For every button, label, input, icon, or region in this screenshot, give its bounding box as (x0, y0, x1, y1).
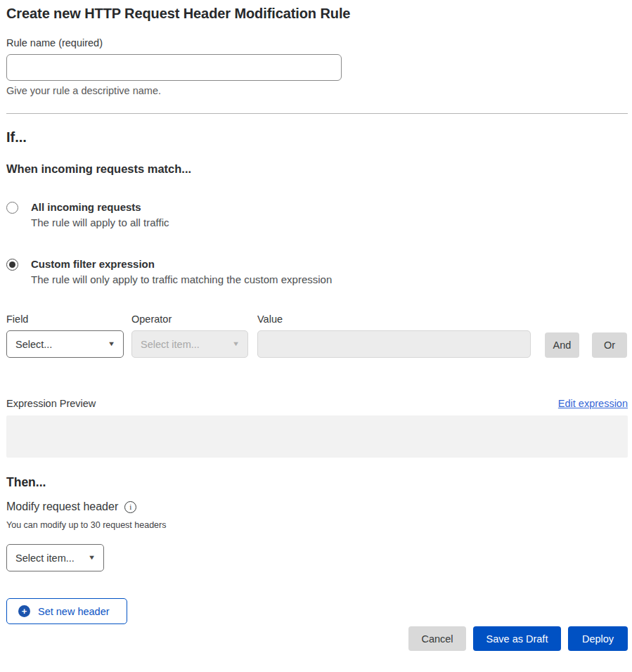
radio-unselected-icon[interactable] (6, 202, 18, 214)
value-input (257, 330, 531, 358)
modify-header-hint: You can modify up to 30 request headers (6, 520, 628, 530)
footer-actions: Cancel Save as Draft Deploy (6, 626, 628, 651)
radio-all-incoming-requests[interactable]: All incoming requests The rule will appl… (6, 201, 628, 228)
edit-expression-link[interactable]: Edit expression (558, 398, 628, 409)
deploy-button[interactable]: Deploy (568, 626, 628, 651)
and-button[interactable]: And (545, 332, 579, 358)
rule-name-input[interactable] (6, 54, 342, 81)
radio-selected-icon[interactable] (6, 259, 18, 271)
chevron-down-icon: ▼ (232, 341, 240, 347)
plus-circle-icon: + (18, 605, 30, 617)
value-label: Value (257, 314, 531, 325)
header-item-select[interactable]: Select item... ▼ (6, 544, 104, 571)
radio-custom-filter-expression[interactable]: Custom filter expression The rule will o… (6, 258, 628, 285)
radio-custom-label: Custom filter expression (31, 258, 332, 270)
operator-select: Select item... ▼ (131, 330, 248, 358)
create-rule-form: Create new HTTP Request Header Modificat… (0, 0, 632, 651)
chevron-down-icon: ▼ (108, 341, 115, 347)
or-button[interactable]: Or (592, 332, 627, 358)
radio-custom-description: The rule will only apply to traffic matc… (31, 273, 332, 285)
rule-name-label: Rule name (required) (6, 37, 628, 49)
modify-request-header-label: Modify request header (6, 500, 118, 513)
chevron-down-icon: ▼ (88, 555, 96, 561)
expression-preview-label: Expression Preview (6, 398, 96, 409)
radio-all-label: All incoming requests (31, 201, 169, 213)
cancel-button[interactable]: Cancel (408, 626, 466, 651)
page-title: Create new HTTP Request Header Modificat… (6, 6, 628, 22)
expression-builder-row: Field Select... ▼ Operator Select item..… (6, 314, 628, 358)
field-label: Field (6, 314, 124, 325)
match-subheading: When incoming requests match... (6, 162, 628, 176)
field-select-value: Select... (15, 339, 52, 350)
expression-preview-header: Expression Preview Edit expression (6, 398, 628, 409)
save-as-draft-button[interactable]: Save as Draft (473, 626, 561, 651)
field-select[interactable]: Select... ▼ (6, 330, 124, 358)
header-item-select-value: Select item... (15, 553, 75, 564)
operator-label: Operator (131, 314, 248, 325)
set-new-header-button[interactable]: + Set new header (6, 598, 127, 624)
section-divider (6, 113, 628, 114)
expression-preview-box (6, 415, 628, 458)
operator-select-value: Select item... (141, 339, 200, 350)
then-heading: Then... (6, 475, 628, 490)
radio-all-description: The rule will apply to all traffic (31, 217, 169, 228)
rule-name-help: Give your rule a descriptive name. (6, 85, 628, 96)
modify-header-row: Modify request header i (6, 500, 628, 513)
set-new-header-label: Set new header (38, 606, 110, 617)
info-icon[interactable]: i (124, 501, 136, 513)
if-heading: If... (6, 129, 628, 146)
